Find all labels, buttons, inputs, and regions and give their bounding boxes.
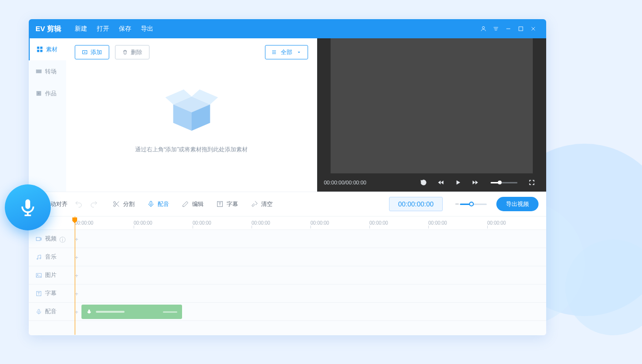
sidebar-item-works[interactable]: 作品 <box>29 82 66 104</box>
split-button[interactable]: 分割 <box>113 200 135 208</box>
maximize-icon[interactable] <box>515 23 527 35</box>
forward-icon[interactable] <box>468 176 483 189</box>
video-icon <box>35 236 42 242</box>
menu-export[interactable]: 导出 <box>141 24 153 33</box>
button-label: 删除 <box>131 48 142 57</box>
add-track-button[interactable]: + <box>75 236 81 242</box>
sidebar-item-transition[interactable]: 转场 <box>29 60 66 82</box>
sidebar-item-label: 作品 <box>45 90 57 98</box>
track-lane[interactable] <box>81 266 546 284</box>
add-track-button[interactable]: + <box>75 254 81 261</box>
button-label: 添加 <box>91 48 102 57</box>
add-track-button[interactable]: + <box>75 308 81 315</box>
svg-rect-26 <box>25 199 30 209</box>
rewind-icon[interactable] <box>433 176 448 189</box>
titlebar: EV 剪辑 新建 打开 保存 导出 <box>29 19 546 38</box>
box-icon <box>160 83 223 136</box>
clip-marker <box>163 311 177 313</box>
redo-icon[interactable] <box>90 200 98 208</box>
ruler-tick: 00:00:00 <box>487 220 546 226</box>
chevron-down-icon <box>296 49 302 55</box>
music-icon <box>35 254 42 261</box>
media-panel: 添加 删除 全部 <box>66 38 317 192</box>
image-icon <box>35 272 42 279</box>
user-icon[interactable] <box>477 23 490 35</box>
fullscreen-icon[interactable] <box>524 176 539 189</box>
svg-rect-16 <box>150 201 152 205</box>
clear-button[interactable]: 清空 <box>251 200 273 208</box>
track-lane[interactable] <box>81 303 546 320</box>
menu-save[interactable]: 保存 <box>119 24 131 33</box>
svg-point-20 <box>40 258 41 259</box>
svg-rect-18 <box>36 237 40 240</box>
mic-icon <box>18 198 37 217</box>
video-letterbox <box>317 38 546 173</box>
svg-point-19 <box>37 258 38 259</box>
svg-rect-1 <box>519 27 523 31</box>
undo-icon[interactable] <box>74 200 83 208</box>
edit-icon <box>182 200 189 208</box>
loop-icon[interactable] <box>416 176 431 189</box>
track-lane[interactable] <box>81 284 546 302</box>
svg-rect-5 <box>40 50 42 52</box>
mic-icon <box>35 308 42 315</box>
svg-rect-24 <box>38 309 40 312</box>
timecode-display[interactable]: 00:00:00:00 <box>389 197 443 211</box>
svg-rect-3 <box>40 47 42 49</box>
add-media-button[interactable]: 添加 <box>75 45 109 59</box>
dub-button[interactable]: 配音 <box>147 200 169 208</box>
empty-text: 通过右上角“添加”或将素材拖到此处添加素材 <box>135 146 248 154</box>
track-lane[interactable] <box>81 230 546 248</box>
waveform <box>96 311 125 313</box>
empty-media-state[interactable]: 通过右上角“添加”或将素材拖到此处添加素材 <box>75 59 308 192</box>
menu-icon[interactable] <box>490 23 502 35</box>
track-dub: 配音 + <box>29 303 546 321</box>
ruler-tick: 00:00:00 <box>252 220 310 226</box>
minus-icon <box>454 201 460 207</box>
zoom-slider[interactable] <box>454 201 487 207</box>
video-viewport[interactable] <box>317 38 546 173</box>
track-info: ⓘ <box>59 236 66 242</box>
svg-point-0 <box>482 26 485 29</box>
filter-dropdown[interactable]: 全部 <box>265 45 308 59</box>
text-icon <box>216 200 224 208</box>
menu-new[interactable]: 新建 <box>75 24 87 33</box>
record-fab[interactable] <box>5 184 51 230</box>
playhead[interactable] <box>75 216 75 335</box>
ruler-tick: 00:00:00 <box>428 220 487 226</box>
sidebar-item-label: 转场 <box>45 68 57 76</box>
audio-clip[interactable] <box>81 305 182 319</box>
ruler-tick: 00:00:00 <box>134 220 193 226</box>
ruler-tick: 00:00:00 <box>75 220 134 226</box>
export-video-button[interactable]: 导出视频 <box>496 197 539 211</box>
timeline-ruler[interactable]: 00:00:00 00:00:00 00:00:00 00:00:00 00:0… <box>29 216 546 230</box>
mic-icon <box>86 309 92 315</box>
subtitle-button[interactable]: 字幕 <box>216 200 238 208</box>
edit-button[interactable]: 编辑 <box>182 200 204 208</box>
close-icon[interactable] <box>527 23 539 35</box>
preview-panel: 00:00:00/00:00:00 <box>317 38 546 192</box>
volume-slider[interactable] <box>491 182 517 183</box>
broom-icon <box>251 200 258 208</box>
scissors-icon <box>113 200 120 208</box>
timeline: 00:00:00 00:00:00 00:00:00 00:00:00 00:0… <box>29 216 546 335</box>
add-track-button[interactable]: + <box>75 272 81 279</box>
ruler-tick: 00:00:00 <box>369 220 428 226</box>
sidebar-item-material[interactable]: 素材 <box>29 38 66 60</box>
svg-rect-2 <box>37 47 39 49</box>
track-subtitle: 字幕 + <box>29 284 546 303</box>
track-image: 图片 + <box>29 266 546 284</box>
ruler-tick: 00:00:00 <box>310 220 369 226</box>
track-lane[interactable] <box>81 248 546 266</box>
subtitle-icon <box>35 290 42 297</box>
mic-icon <box>147 200 155 208</box>
app-window: EV 剪辑 新建 打开 保存 导出 素材 转场 <box>29 19 546 335</box>
play-icon[interactable] <box>450 176 466 189</box>
menu-open[interactable]: 打开 <box>97 24 109 33</box>
app-logo: EV 剪辑 <box>35 24 61 34</box>
player-timecode: 00:00:00/00:00:00 <box>324 180 367 185</box>
minimize-icon[interactable] <box>502 23 515 35</box>
add-track-button[interactable]: + <box>75 290 81 297</box>
track-music: 音乐 + <box>29 248 546 266</box>
delete-media-button[interactable]: 删除 <box>115 45 149 59</box>
